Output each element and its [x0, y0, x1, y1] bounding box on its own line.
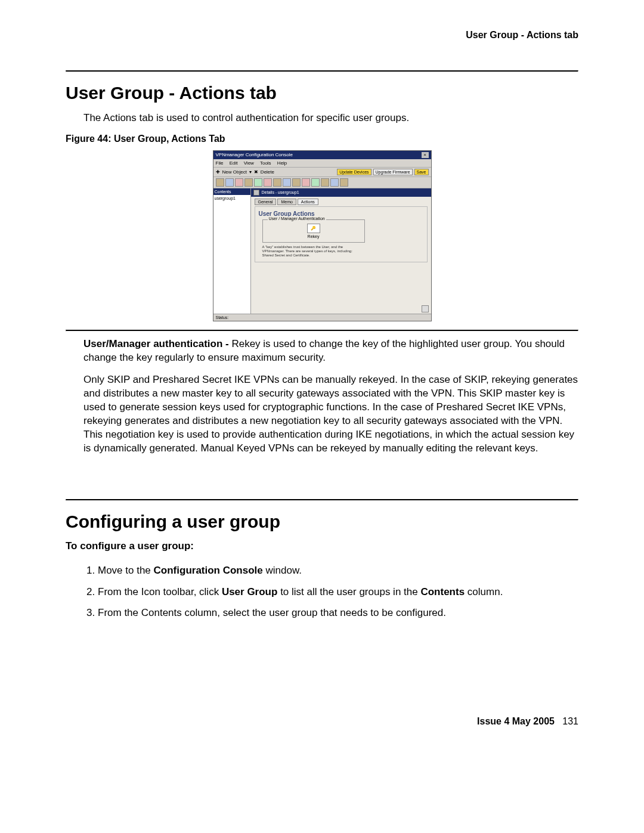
toolbar-icon[interactable]	[264, 178, 272, 187]
toolbar-icon[interactable]	[340, 178, 348, 187]
mock-body: Contents usergroup1 Details - usergroup1…	[213, 188, 431, 314]
key-icon[interactable]: 🔑	[307, 224, 320, 233]
step-2: From the Icon toolbar, click User Group …	[98, 584, 578, 600]
icon-toolbar	[213, 177, 431, 188]
toolbar-icon[interactable]	[216, 178, 224, 187]
new-object-label[interactable]: New Object	[222, 169, 247, 175]
toolbar-icon[interactable]	[254, 178, 262, 187]
toolbar-icon[interactable]	[273, 178, 281, 187]
actions-panel: User Group Actions User / Manager Authen…	[255, 206, 428, 262]
tabs-row: General Memo Actions	[251, 197, 431, 205]
close-icon[interactable]: ×	[422, 152, 429, 158]
contents-header: Contents	[213, 188, 250, 195]
update-devices-button[interactable]: Update Devices	[337, 169, 371, 175]
status-bar: Status:	[213, 314, 431, 321]
details-title: Details - usergroup1	[262, 190, 299, 194]
menu-edit[interactable]: Edit	[230, 160, 238, 166]
toolbar-icon[interactable]	[225, 178, 234, 187]
toolbar-icon[interactable]	[311, 178, 320, 187]
step-bold: User Group	[222, 586, 278, 597]
groupbox-legend: User / Manager Authentication	[268, 216, 326, 221]
paragraph-auth: User/Manager authentication - Rekey is u…	[83, 337, 578, 365]
mock-menubar: File Edit View Tools Help	[213, 159, 431, 168]
rekey-button[interactable]: Rekey	[269, 234, 358, 239]
details-header: Details - usergroup1	[251, 188, 431, 197]
mock-title-text: VPNmanager Configuration Console	[216, 152, 293, 157]
tab-actions[interactable]: Actions	[298, 199, 318, 205]
step-text: column.	[465, 586, 503, 597]
step-bold: Configuration Console	[154, 565, 263, 576]
mock-toolbar: ✚ New Object ▾ ✖ Delete Update Devices U…	[213, 168, 431, 177]
page-footer: Issue 4 May 2005 131	[66, 716, 578, 727]
save-button[interactable]: Save	[414, 169, 429, 175]
steps-list: Move to the Configuration Console window…	[66, 562, 578, 621]
rule-sec2	[66, 499, 578, 501]
rule-top	[66, 70, 578, 72]
step-text: to list all the user groups in the	[277, 586, 420, 597]
toolbar-icon[interactable]	[292, 178, 301, 187]
step-3: From the Contents column, select the use…	[98, 605, 578, 621]
step-text: From the Icon toolbar, click	[98, 586, 222, 597]
figure-44: VPNmanager Configuration Console × File …	[66, 150, 578, 321]
tab-memo[interactable]: Memo	[277, 199, 296, 205]
footer-issue: Issue 4 May 2005	[477, 716, 555, 726]
step-1: Move to the Configuration Console window…	[98, 562, 578, 578]
menu-file[interactable]: File	[216, 160, 224, 166]
toggle-icon[interactable]	[253, 190, 259, 196]
contents-panel: Contents usergroup1	[213, 188, 251, 314]
delete-icon[interactable]: ✖	[254, 169, 258, 175]
toolbar-icon[interactable]	[321, 178, 329, 187]
menu-help[interactable]: Help	[277, 160, 287, 166]
paragraph-skip: Only SKIP and Preshared Secret IKE VPNs …	[83, 373, 578, 456]
section2-title: Configuring a user group	[66, 512, 578, 532]
toolbar-icon[interactable]	[244, 178, 253, 187]
auth-groupbox: User / Manager Authentication 🔑 Rekey	[262, 219, 365, 243]
step-text: window.	[263, 565, 302, 576]
dropdown-icon[interactable]: ▾	[249, 169, 252, 175]
details-panel: Details - usergroup1 General Memo Action…	[251, 188, 431, 314]
step-text: Move to the	[98, 565, 154, 576]
toolbar-icon[interactable]	[330, 178, 339, 187]
auth-bold: User/Manager authentication -	[83, 338, 231, 349]
toolbar-icon[interactable]	[302, 178, 310, 187]
section1-intro: The Actions tab is used to control authe…	[83, 112, 578, 125]
menu-view[interactable]: View	[244, 160, 254, 166]
step-bold: Contents	[420, 586, 465, 597]
footer-page: 131	[562, 716, 578, 726]
rule-mid	[66, 330, 578, 332]
new-object-icon[interactable]: ✚	[216, 169, 220, 175]
upgrade-firmware-button[interactable]: Upgrade Firmware	[373, 169, 413, 175]
page-header-right: User Group - Actions tab	[66, 30, 578, 41]
delete-label[interactable]: Delete	[261, 169, 274, 175]
menu-tools[interactable]: Tools	[260, 160, 271, 166]
contents-item[interactable]: usergroup1	[213, 195, 250, 202]
toolbar-icon[interactable]	[283, 178, 291, 187]
resize-icon[interactable]	[422, 305, 429, 312]
figure-caption: Figure 44: User Group, Actions Tab	[66, 134, 578, 144]
mock-titlebar: VPNmanager Configuration Console ×	[213, 151, 431, 159]
mock-window: VPNmanager Configuration Console × File …	[213, 150, 432, 321]
tab-general[interactable]: General	[255, 199, 277, 205]
section2-subtitle: To configure a user group:	[66, 540, 578, 552]
section1-title: User Group - Actions tab	[66, 83, 578, 103]
toolbar-icon[interactable]	[235, 178, 243, 187]
auth-description: A "key" establishes trust between the Us…	[262, 245, 364, 258]
